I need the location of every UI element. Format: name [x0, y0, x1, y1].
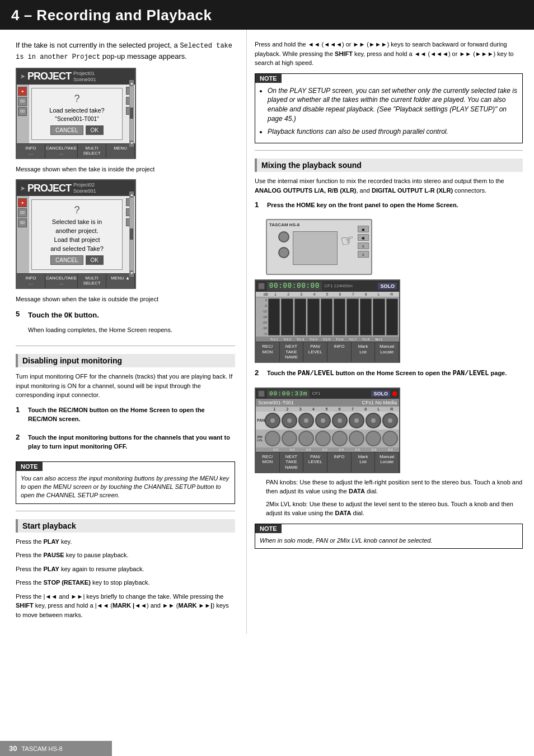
step-mix-2-content: Touch the PAN/LEVEL button on the Home S… — [267, 368, 523, 383]
side-btn-right-3[interactable]: ≡ — [358, 242, 369, 249]
pan-knob-4[interactable] — [315, 413, 331, 428]
side-btn-right-4[interactable]: ≡ — [358, 251, 369, 258]
pan-footer-pan[interactable]: PAN/LEVEL — [303, 452, 327, 472]
level-knob-7[interactable] — [366, 431, 381, 446]
dialog-area-1: ? Load selected take? "Scene001-T001" CA… — [29, 85, 125, 143]
mixer-footer-mark[interactable]: MarkList — [352, 342, 376, 362]
page-footer: 30 TASCAM HS-8 — [0, 741, 112, 756]
step-5-detail: When loading completes, the Home Screen … — [28, 325, 235, 335]
divider-1 — [16, 346, 235, 346]
right-column: Press and hold the ◄◄ (◄◄◄) or ►► (►►►) … — [246, 30, 534, 634]
dialog-text-1: Load selected take? — [36, 107, 118, 114]
solo-badge: SOLO — [378, 283, 397, 290]
step-mix-1: 1 Press the HOME key on the front panel … — [255, 200, 523, 214]
note-bullet-2: Playback functions can also be used thro… — [268, 127, 518, 137]
mixer-footer-info[interactable]: INFO — [327, 342, 352, 362]
pan-knob-7[interactable] — [366, 413, 381, 428]
pan-desc: PAN knobs: Use these to adjust the left-… — [266, 478, 523, 496]
fader-8 — [360, 298, 372, 335]
side-btn-right-2[interactable]: ▣ — [358, 234, 369, 241]
mixer-screen: 00:00:00:00 CF1 124h00m SOLO dB 1 2 3 4 … — [255, 279, 400, 363]
page-header: 4 – Recording and Playback — [0, 0, 534, 30]
pan-footer-rec[interactable]: REC/MON — [256, 452, 280, 472]
step-mix-1-num: 1 — [255, 200, 263, 214]
mixer-time-display: 00:00:00:00 — [267, 282, 322, 291]
scroll-down-2[interactable]: ▼ — [130, 270, 133, 276]
note-right-1: NOTE On the PLAY SETUP screen, you can s… — [255, 73, 523, 144]
pan-knob-3[interactable] — [298, 413, 314, 428]
fader-5 — [321, 298, 332, 335]
pan-footer-info[interactable]: INFO — [327, 452, 352, 472]
mixer-cf-label: CF1 124h00m — [324, 283, 376, 288]
footer-multi-1[interactable]: MULTISELECT — [78, 144, 106, 158]
scrollbar-2[interactable]: ▲ ▼ — [129, 192, 134, 277]
level-knob-6[interactable] — [349, 431, 364, 446]
level-knob-3[interactable] — [298, 431, 314, 446]
mixer-footer-pan[interactable]: PAN/LEVEL — [303, 342, 327, 362]
cancel-btn-1[interactable]: CANCEL — [50, 125, 83, 135]
mixer-footer-rec[interactable]: REC/MON — [256, 342, 280, 362]
scrollbar-1[interactable]: ▲ ▼ — [129, 80, 134, 147]
pan-knob-5[interactable] — [332, 413, 348, 428]
fader-L — [373, 298, 385, 335]
mixer-footer-next[interactable]: NEXTTAKE NAME — [280, 342, 304, 362]
project-label-1: PROJECT — [27, 71, 71, 82]
step-dis-2-content: Touch the input monitoring buttons for t… — [28, 433, 235, 456]
device-image: TASCAM HS-8 ☞ ▣ ▣ — [266, 219, 372, 275]
fader-1 — [268, 298, 280, 335]
scroll-up-2[interactable]: ▲ — [130, 192, 133, 198]
side-btn-right-1[interactable]: ▣ — [358, 226, 369, 232]
step-dis-2-num: 2 — [16, 433, 24, 456]
pan-solo-badge: SOLO — [371, 390, 390, 397]
dialog-line2: another project. — [36, 227, 118, 234]
level-knob-4[interactable] — [315, 431, 331, 446]
pan-knob-8[interactable] — [382, 413, 398, 428]
footer-cancel-1[interactable]: CANCEL/TAKE… — [45, 144, 78, 158]
dialog-buttons-1: CANCEL OK — [36, 125, 118, 135]
fader-7 — [346, 298, 358, 335]
footer-info-2[interactable]: INFO… — [17, 274, 45, 288]
scroll-up-1[interactable]: ▲ — [130, 81, 133, 86]
footer-multi-2[interactable]: MULTISELECT — [78, 274, 106, 288]
level-knob-8[interactable] — [382, 431, 398, 446]
play-line-4: Press the STOP (RETAKE) key to stop play… — [16, 578, 235, 587]
left-indicators-1: ● 00 00 — [17, 85, 29, 143]
mixer-footer-locate[interactable]: ManualLocate — [375, 342, 399, 362]
note-bullet-1: On the PLAY SETUP screen, you can set wh… — [268, 86, 518, 124]
ok-btn-1[interactable]: OK — [86, 125, 104, 135]
level-knob-1[interactable] — [265, 431, 280, 446]
fader-R — [386, 298, 398, 335]
step-dis-1-num: 1 — [16, 405, 24, 428]
pan-footer-locate[interactable]: ManualLocate — [375, 452, 399, 472]
dialog-question-2: ? — [36, 204, 118, 216]
cancel-btn-2[interactable]: CANCEL — [50, 255, 83, 265]
footer-info-1[interactable]: INFO… — [17, 144, 45, 158]
fader-2 — [281, 298, 293, 335]
ok-btn-2[interactable]: OK — [86, 255, 104, 265]
play-line-3: Press the PLAY key again to resume playb… — [16, 564, 235, 574]
indicator-00-4: 00 — [18, 218, 27, 227]
step-dis-1-content: Touch the REC/MON button on the Home Scr… — [28, 405, 235, 428]
dialog-line4: and selected Take? — [36, 245, 118, 252]
pan-record-dot — [392, 391, 397, 396]
step-5: 5 Touch the OK button. When loading comp… — [16, 310, 235, 339]
pan-knob-2[interactable] — [282, 413, 297, 428]
page-title: 4 – Recording and Playback — [11, 7, 212, 24]
screenshot-footer-1: INFO… CANCEL/TAKE… MULTISELECT MENU — [17, 143, 135, 158]
step-dis-2: 2 Touch the input monitoring buttons for… — [16, 433, 235, 456]
pan-knob-6[interactable] — [349, 413, 364, 428]
db-scale: 0-6-12-18-24-30-∞ — [257, 298, 268, 335]
divider-right-1 — [255, 150, 523, 151]
screenshot-inside-project: ➤ PROJECT Project01 Scene001 ▲ ▼ — [16, 68, 136, 159]
dialog-buttons-2: CANCEL OK — [36, 255, 118, 265]
page-container: 4 – Recording and Playback If the take i… — [0, 0, 534, 756]
scroll-down-1[interactable]: ▼ — [130, 141, 133, 146]
pan-knob-1[interactable] — [265, 413, 280, 428]
caption-2: Message shown when the take is outside t… — [16, 295, 235, 304]
level-knob-2[interactable] — [282, 431, 297, 446]
level-knob-5[interactable] — [332, 431, 348, 446]
pan-footer-mark[interactable]: MarkList — [352, 452, 376, 472]
pan-footer-next[interactable]: NEXTTAKE NAME — [280, 452, 304, 472]
right-intro: Press and hold the ◄◄ (◄◄◄) or ►► (►►►) … — [255, 40, 523, 68]
footer-cancel-2[interactable]: CANCEL/TAKE… — [45, 274, 78, 288]
